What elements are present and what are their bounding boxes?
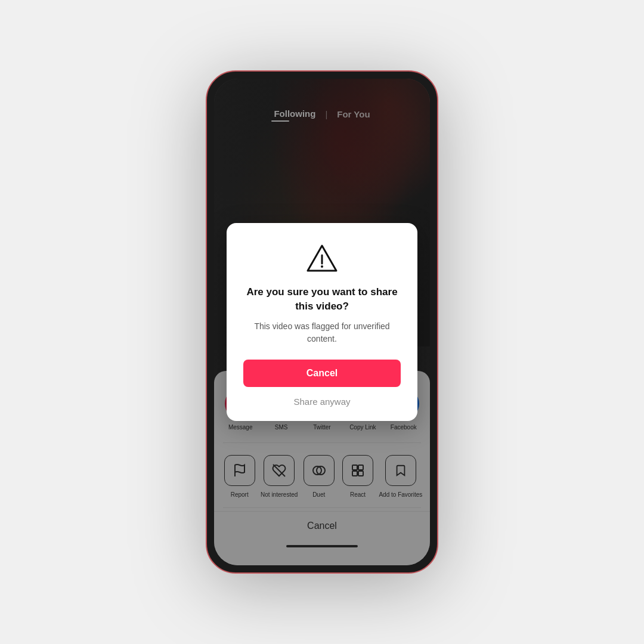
warning-triangle-icon — [305, 242, 339, 275]
modal-title: Are you sure you want to share this vide… — [243, 285, 401, 314]
modal-cancel-button[interactable]: Cancel — [243, 360, 401, 387]
modal-description: This video was flagged for unverified co… — [243, 320, 401, 345]
phone-body: Following | For You — [206, 70, 438, 574]
phone-device: Following | For You — [206, 70, 438, 574]
modal-overlay: Are you sure you want to share this vide… — [214, 79, 430, 565]
phone-screen: Following | For You — [214, 79, 430, 565]
svg-point-9 — [321, 265, 323, 268]
share-anyway-button[interactable]: Share anyway — [243, 397, 401, 407]
warning-modal: Are you sure you want to share this vide… — [227, 223, 417, 422]
